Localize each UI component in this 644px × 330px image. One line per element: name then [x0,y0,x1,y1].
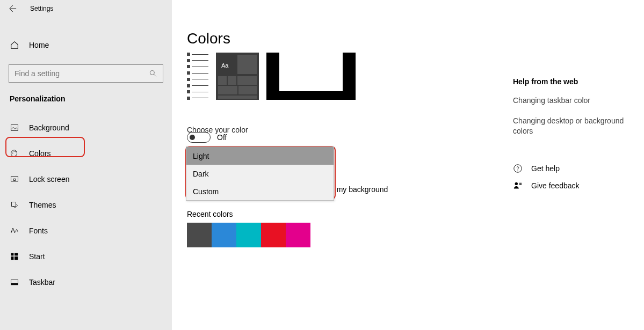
svg-rect-8 [11,253,14,256]
toggle-label: Off [217,133,227,142]
dropdown-option-light[interactable]: Light [186,147,334,165]
sidebar-item-label: Fonts [29,226,48,235]
help-link-taskbar-color[interactable]: Changing taskbar color [513,96,631,106]
sidebar-item-label: Themes [29,201,56,209]
search-input[interactable] [15,69,149,78]
svg-rect-13 [11,283,18,285]
sidebar-item-lockscreen[interactable]: Lock screen [0,167,172,191]
svg-point-0 [150,70,154,75]
give-feedback-link[interactable]: Give feedback [513,181,631,190]
page-title: Colors [187,30,629,47]
search-icon [149,69,157,78]
sidebar-item-label: Start [29,252,45,261]
lockscreen-icon [10,174,19,184]
preview-aa: Aa [221,62,228,69]
sidebar: Settings Home Personalization Background… [0,0,172,330]
get-help-link[interactable]: Get help [513,164,631,173]
sidebar-item-taskbar[interactable]: Taskbar [0,270,172,294]
svg-rect-11 [15,256,18,260]
feedback-icon [513,181,524,190]
svg-point-17 [515,182,518,185]
toggle-off[interactable] [187,132,211,143]
sidebar-item-background[interactable]: Background [0,116,172,140]
preview-taskbar [266,53,356,100]
help-heading: Help from the web [513,77,631,86]
sidebar-item-fonts[interactable]: AA Fonts [0,219,172,243]
color-swatch[interactable] [261,223,286,247]
svg-rect-6 [13,179,15,180]
sidebar-item-start[interactable]: Start [0,245,172,268]
svg-point-4 [16,151,17,152]
give-feedback-label: Give feedback [531,181,580,190]
themes-icon [10,200,19,210]
search-box[interactable] [9,64,163,83]
back-button[interactable] [0,0,26,17]
sidebar-home[interactable]: Home [0,33,172,57]
sidebar-nav: Background Colors Lock screen Themes AA … [0,116,172,294]
arrow-left-icon [9,5,17,12]
sidebar-home-label: Home [29,41,49,49]
help-link-background-colors[interactable]: Changing desktop or background colors [513,116,631,137]
color-dropdown[interactable]: Light Dark Custom [186,146,334,201]
help-panel: Help from the web Changing taskbar color… [513,77,631,190]
sidebar-item-label: Lock screen [29,175,69,184]
color-swatch[interactable] [286,223,310,247]
dropdown-option-dark[interactable]: Dark [186,165,334,182]
color-swatch[interactable] [212,223,236,247]
svg-rect-9 [15,253,18,256]
fonts-icon: AA [10,226,19,236]
sidebar-item-label: Background [29,123,69,132]
svg-rect-10 [11,256,14,260]
recent-colors [187,223,629,247]
svg-point-2 [12,152,13,153]
sidebar-item-themes[interactable]: Themes [0,193,172,217]
app-title: Settings [26,5,53,12]
sidebar-category: Personalization [0,83,172,108]
color-swatch[interactable] [187,223,212,247]
sidebar-item-colors[interactable]: Colors [0,142,172,165]
sidebar-item-label: Colors [29,149,50,158]
svg-point-3 [13,151,15,152]
palette-icon [10,149,19,158]
recent-colors-label: Recent colors [187,210,629,218]
svg-point-16 [517,171,518,171]
taskbar-icon [10,277,19,287]
titlebar: Settings [0,0,172,17]
svg-rect-7 [11,202,16,206]
preview-start: Aa [216,53,259,100]
image-icon [10,123,19,133]
home-icon [10,40,19,50]
help-icon [513,164,524,173]
preview-list [187,53,208,100]
svg-rect-1 [11,124,18,130]
get-help-label: Get help [531,164,560,173]
sidebar-item-label: Taskbar [29,278,55,287]
start-icon [10,252,19,261]
color-swatch[interactable] [236,223,261,247]
dropdown-option-custom[interactable]: Custom [186,182,334,200]
